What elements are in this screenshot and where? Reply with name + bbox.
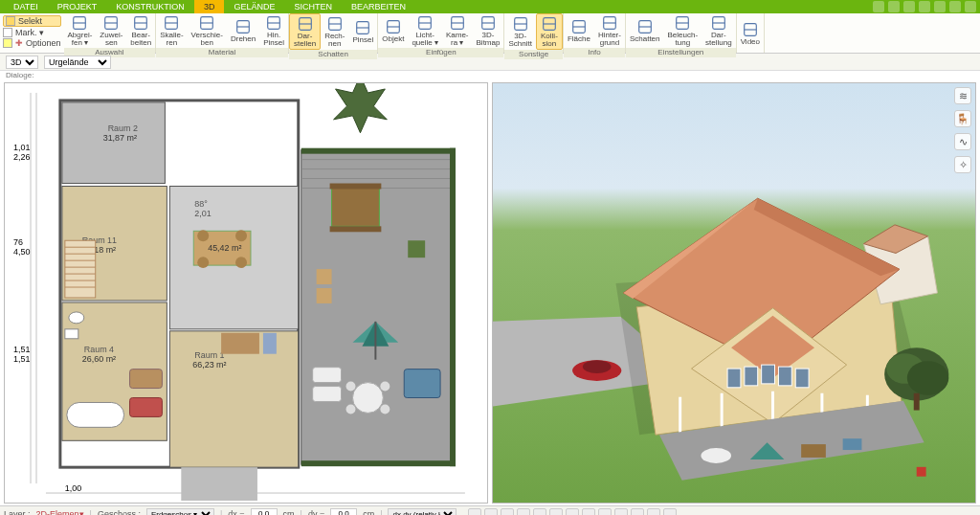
ribbon-beleuchtung[interactable]: Beleuch- tung: [664, 13, 702, 48]
ribbon-group-label: Schatten: [289, 50, 377, 59]
ribbon-kollision[interactable]: Kolli- sion: [536, 13, 563, 50]
svg-point-148: [907, 361, 948, 395]
main-menubar: DATEI PROJEKT KONSTRUKTION 3D GELÄNDE SI…: [0, 0, 980, 13]
tab-sichten[interactable]: SICHTEN: [284, 0, 342, 13]
ribbon-group-label: Sonstige: [504, 50, 562, 59]
view-mode-select[interactable]: 3D: [6, 56, 38, 69]
ribbon-bearbeiten[interactable]: Bear- beiten: [126, 13, 155, 48]
svg-rect-67: [67, 402, 124, 427]
svg-text:88°: 88°: [194, 199, 208, 209]
ribbon-schatten-einst[interactable]: Schatten: [626, 13, 664, 48]
layers-icon[interactable]: ≋: [954, 87, 971, 104]
view-3d[interactable]: ≋ 🪑 ∿ ✧: [492, 82, 976, 504]
svg-rect-82: [221, 333, 259, 354]
tool-icon-10[interactable]: [614, 508, 628, 516]
tool-icon-12[interactable]: [647, 508, 660, 516]
svg-rect-54: [65, 240, 96, 298]
svg-point-106: [346, 404, 356, 414]
tool-icon-5[interactable]: [533, 508, 546, 516]
ribbon-group-label: Einfügen: [378, 48, 503, 57]
svg-rect-68: [130, 398, 163, 417]
ribbon-video[interactable]: Video: [737, 13, 764, 53]
tool-icon-7[interactable]: [566, 508, 579, 516]
ribbon-pinsel[interactable]: Pinsel: [348, 13, 377, 50]
ribbon-3dbitmap[interactable]: 3D- Bitmap: [473, 13, 504, 48]
main-split: Raum 2 31,87 m² Raum 11 36,18 m² Raum 4 …: [0, 80, 980, 505]
tool-icon-6[interactable]: [549, 508, 563, 516]
tool-icon-1[interactable]: [468, 508, 481, 516]
ribbon-darstellung[interactable]: Dar- stellung: [702, 13, 736, 48]
ribbon-flaeche[interactable]: Fläche: [564, 13, 594, 48]
bottom-bar: Layer : 2D-Elemen▾ | Geschoss : Erdgesch…: [0, 505, 980, 515]
minimize-icon[interactable]: [934, 1, 946, 12]
svg-point-107: [380, 404, 390, 414]
svg-rect-149: [914, 393, 920, 411]
mark-toggle[interactable]: Mark. ▾: [3, 28, 61, 37]
ribbon-hinpinsel[interactable]: Hin. Pinsel: [259, 13, 288, 48]
svg-text:31,87 m²: 31,87 m²: [103, 133, 137, 143]
tab-projekt[interactable]: PROJEKT: [48, 0, 107, 13]
select-toggle[interactable]: Selekt: [3, 15, 61, 27]
svg-rect-144: [801, 444, 826, 458]
dy-input[interactable]: [330, 508, 357, 516]
gear-icon[interactable]: [903, 1, 915, 12]
info-icon[interactable]: [919, 1, 930, 12]
floorplan-2d-view[interactable]: Raum 2 31,87 m² Raum 11 36,18 m² Raum 4 …: [4, 82, 488, 504]
tab-datei[interactable]: DATEI: [4, 0, 48, 13]
tool-icon-3[interactable]: [501, 508, 514, 516]
relative-select[interactable]: dx,dy (relativ ke: [388, 508, 457, 516]
svg-point-65: [69, 312, 84, 324]
svg-rect-89: [301, 148, 456, 154]
ribbon-group-label: Info: [564, 48, 625, 57]
tool-icon-11[interactable]: [631, 508, 644, 516]
close-icon[interactable]: [965, 1, 976, 12]
layer-label: Layer :: [4, 509, 31, 516]
geschoss-select[interactable]: Erdgeschos.▾: [146, 508, 214, 516]
svg-text:2,26: 2,26: [13, 152, 30, 162]
svg-rect-133: [762, 365, 775, 384]
tool-icon-4[interactable]: [517, 508, 530, 516]
ribbon-rechnen[interactable]: Rech- nen: [321, 13, 348, 50]
tree-icon[interactable]: ✧: [954, 156, 971, 173]
tool-icon-2[interactable]: [484, 508, 498, 516]
furniture-icon[interactable]: 🪑: [954, 110, 971, 127]
svg-rect-134: [778, 367, 791, 386]
ribbon-hintergrund[interactable]: Hinter- grund: [594, 13, 625, 48]
ribbon-verschieben[interactable]: Verschie- ben: [188, 13, 227, 48]
tool-icon-9[interactable]: [598, 508, 612, 516]
svg-text:1,51: 1,51: [13, 345, 30, 354]
svg-text:Raum 2: Raum 2: [108, 123, 138, 133]
options-toggle[interactable]: ✚Optionen: [3, 38, 61, 48]
ribbon-3dschnitt[interactable]: 3D- Schnitt: [504, 13, 535, 50]
tool-icon-8[interactable]: [582, 508, 595, 516]
maximize-icon[interactable]: [949, 1, 961, 12]
svg-point-73: [235, 230, 247, 241]
ribbon-objekt[interactable]: Objekt: [378, 13, 408, 48]
ribbon-abgreifen[interactable]: Abgrei- fen ▾: [64, 13, 97, 48]
geschoss-label: Geschoss :: [98, 509, 141, 516]
ribbon-kamera[interactable]: Kame- ra ▾: [442, 13, 473, 48]
svg-text:66,23 m²: 66,23 m²: [192, 360, 226, 369]
layer-select[interactable]: Urgelände: [44, 56, 111, 69]
tab-konstruktion[interactable]: KONSTRUKTION: [106, 0, 194, 13]
svg-rect-48: [62, 102, 166, 184]
tool-icon-13[interactable]: [663, 508, 677, 516]
layer-link[interactable]: 2D-Elemen▾: [36, 509, 84, 516]
bottom-tool-icons: [468, 508, 677, 516]
tab-gelaende[interactable]: GELÄNDE: [224, 0, 284, 13]
tab-bearbeiten[interactable]: BEARBEITEN: [342, 0, 415, 13]
tab-3d[interactable]: 3D: [194, 0, 225, 13]
svg-point-142: [701, 448, 731, 463]
svg-point-72: [197, 230, 209, 241]
ribbon-lichtquelle[interactable]: Licht- quelle ▾: [408, 13, 442, 48]
svg-text:4,50: 4,50: [13, 247, 30, 257]
help-icon[interactable]: [873, 1, 884, 12]
ribbon-drehen[interactable]: Drehen: [227, 13, 259, 48]
dx-input[interactable]: [251, 508, 278, 516]
svg-rect-94: [330, 226, 382, 232]
ribbon-skalieren[interactable]: Skalie- ren: [156, 13, 187, 48]
ribbon-darstellen[interactable]: Dar- stellen: [289, 13, 321, 50]
user-icon[interactable]: [888, 1, 900, 12]
ribbon-zuweisen[interactable]: Zuwei- sen: [96, 13, 126, 48]
camera-icon[interactable]: ∿: [954, 133, 971, 150]
